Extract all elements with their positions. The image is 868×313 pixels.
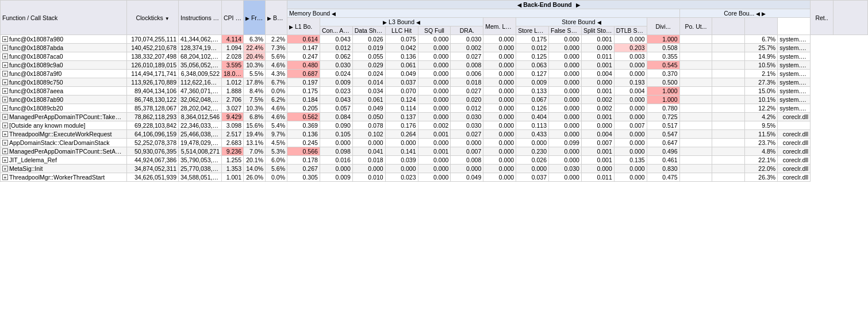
col-header-fro[interactable]: ▶ Fro. Bo. [244,1,266,35]
table-row: +ManagedPerAppDomainTPCount::SetAppDomai… [1,147,868,156]
expand-icon-core[interactable]: ▶ [762,11,766,17]
collapse-icon-l3[interactable]: ◀ [416,20,420,25]
col-header-ret[interactable]: Ret.. [811,1,834,35]
expand-row-icon[interactable]: + [2,114,8,120]
expand-row-icon[interactable]: + [2,157,8,163]
expand-row-icon[interactable]: + [2,36,8,42]
table-row: +[Outside any known module]69,228,103,84… [1,121,868,130]
expand-row-icon[interactable]: + [2,45,8,51]
col-header-extra [745,18,778,35]
table-row: +func@0x18087a9f0114,494,171,7416,348,00… [1,70,868,78]
expand-row-icon[interactable]: + [2,62,8,68]
collapse-icon-backend[interactable]: ◀ [517,2,521,8]
expand-row-icon[interactable]: + [2,105,8,111]
col-header-module [834,1,868,35]
expand-row-icon[interactable]: + [2,88,8,94]
col-header-store-late[interactable]: Store Late... [516,26,549,35]
col-header-con[interactable]: Con... Acc... [320,26,352,35]
expand-row-icon[interactable]: + [2,166,8,171]
cell-fn[interactable]: +func@0x18089c9a0 [1,61,127,70]
expand-row-icon[interactable]: + [2,148,8,154]
col-header-cpi[interactable]: CPI Rate [222,1,244,35]
expand-row-icon[interactable]: + [2,174,8,180]
cell-fn[interactable]: +ManagedPerAppDomainTPCount::SetAppDomai… [1,147,127,156]
cell-fn[interactable]: +ThreadpoolMgr::ExecuteWorkRequest [1,130,127,139]
l3-bound-label: L3 Bound [389,18,414,25]
table-row: +func@0x18089cb2085,378,128,06728,202,04… [1,104,868,113]
expand-icon-bad[interactable]: ▶ [267,16,271,21]
col-header-l1bo[interactable]: ▶ L1 Bo. [287,18,320,35]
cell-fn[interactable]: +func@0x18087aca0 [1,52,127,61]
col-header-false-shar[interactable]: False Shar... [549,26,582,35]
table-row: +MetaSig::Init34,874,052,31125,770,038,6… [1,165,868,173]
col-header-memllc[interactable]: Mem. LLC ... [483,18,516,35]
cell-fn[interactable]: +AppDomainStack::ClearDomainStack [1,139,127,147]
cell-fn[interactable]: +func@0x18087aeea [1,87,127,96]
col-header-clk[interactable]: Clockticks ▼ [127,1,179,35]
col-header-dtlb[interactable]: DTLB Stor... [614,26,647,35]
expand-row-icon[interactable]: + [2,140,8,146]
cell-fn[interactable]: +func@0x18087ab90 [1,96,127,104]
table-row: +ManagedPerAppDomainTPCount::TakeActiveR… [1,113,868,121]
table-row: +func@0x18087a980170,074,255,11141,344,0… [1,35,868,44]
col-header-divi2 [712,18,745,35]
cell-fn[interactable]: +ThreadpoolMgr::WorkerThreadStart [1,173,127,182]
col-header-store-bound: Store Bound ◀ [516,18,647,26]
ir-label: Instructions Retired [180,14,222,21]
expand-icon-l3[interactable]: ▶ [383,20,387,25]
bad-label: Bad Spe. [273,14,287,21]
table-row: +func@0x18087aca0138,332,207,49868,204,1… [1,52,868,61]
cell-fn[interactable]: +func@0x18087a9f0 [1,70,127,78]
header-row-1: Function / Call Stack Clockticks ▼ Instr… [1,1,868,9]
collapse-icon-mem[interactable]: ◀ [332,11,336,17]
expand-row-icon[interactable]: + [2,123,8,128]
table-row: +func@0x18089c9a0126,010,189,01535,056,0… [1,61,868,70]
cell-fn[interactable]: +func@0x18089cb20 [1,104,127,113]
col-header-split-stores[interactable]: Split Stores [581,26,614,35]
clk-label: Clockticks [136,14,163,21]
fn-label: Function / Call Stack [2,14,57,21]
col-header-core-bou: Core Bou... ◀ ▶ [679,9,811,18]
cell-fn[interactable]: +[Outside any known module] [1,121,127,130]
expand-row-icon[interactable]: + [2,54,8,59]
col-header-memory-bound: Memory Bound ◀ [287,9,680,18]
collapse-icon-core[interactable]: ◀ [756,11,760,17]
table-row: +JIT_Ldelema_Ref44,924,067,38635,790,053… [1,156,868,165]
col-header-l3-bound: ▶ L3 Bound ◀ [320,18,483,26]
cell-fn[interactable]: +func@0x18087abda [1,44,127,52]
col-header-divi[interactable]: Divi... [647,18,679,35]
sort-desc-icon: ▼ [165,16,170,21]
expand-row-icon[interactable]: + [2,79,8,85]
collapse-icon-store[interactable]: ◀ [597,20,601,25]
cell-fn[interactable]: +JIT_Ldelema_Ref [1,156,127,165]
expand-row-icon[interactable]: + [2,131,8,137]
col-header-ir[interactable]: Instructions Retired [179,1,222,35]
cell-fn[interactable]: +MetaSig::Init [1,165,127,173]
expand-icon-l1[interactable]: ▶ [289,24,293,30]
core-bou-label: Core Bou... [724,10,754,17]
table-row: +ThreadpoolMgr::ExecuteWorkRequest64,106… [1,130,868,139]
expand-row-icon[interactable]: + [2,97,8,102]
cpi-label: CPI Rate [224,14,244,21]
col-header-dra[interactable]: DRA. [451,26,483,35]
fro-label: Fro. Bo. [251,14,266,21]
col-header-bad[interactable]: ▶ Bad Spe. [266,1,287,35]
col-header-fn[interactable]: Function / Call Stack [1,1,127,35]
col-header-data[interactable]: Data Shar... [352,26,385,35]
cell-fn[interactable]: +func@0x18089c750 [1,78,127,87]
expand-icon-fro[interactable]: ▶ [245,16,249,21]
cell-fn[interactable]: +ManagedPerAppDomainTPCount::TakeActiveR… [1,113,127,121]
cell-fn[interactable]: +func@0x18087a980 [1,35,127,44]
table-row: +func@0x18087abda140,452,210,678128,374,… [1,44,868,52]
expand-icon-backend[interactable]: ▶ [576,2,580,8]
table-row: +func@0x18087aeea89,404,134,10647,360,07… [1,87,868,96]
table-row: +AppDomainStack::ClearDomainStack52,252,… [1,139,868,147]
col-header-backend-bound: ◀ Back-End Bound ▶ [287,1,811,9]
col-header-sq[interactable]: SQ Full [418,26,451,35]
table-row: +func@0x18089c750113,926,170,889112,622,… [1,78,868,87]
table-row: +ThreadpoolMgr::WorkerThreadStart34,626,… [1,173,868,182]
expand-row-icon[interactable]: + [2,71,8,77]
col-header-llc[interactable]: LLC Hit [385,26,418,35]
store-bound-label: Store Bound [562,18,595,25]
col-header-po[interactable]: Po. Ut... [679,18,712,35]
